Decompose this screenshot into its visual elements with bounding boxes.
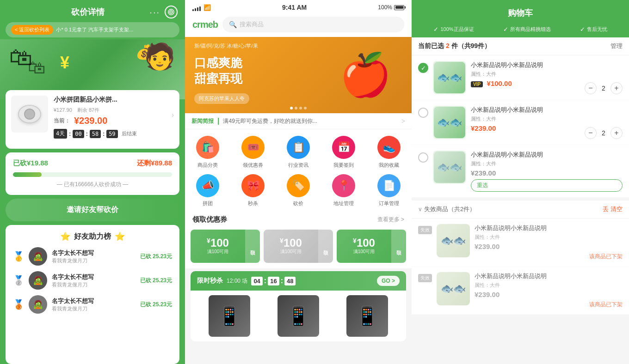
flash-countdown: 04 : 16 : 48: [251, 277, 296, 285]
coupon-claim-btn-1[interactable]: 领取: [245, 230, 260, 263]
coupon-claim-btn-2[interactable]: 领取: [318, 230, 333, 263]
cart-item-2: 🐟🐟 小米新品说明小米新品说明 属性：大件 ¥239.00 − 2 +: [412, 100, 629, 145]
medal-1-icon: 🥇: [13, 251, 24, 262]
coupon-item-2[interactable]: ¥100 满100可用 领取: [264, 230, 333, 263]
icon-order[interactable]: 📄 订单管理: [366, 174, 412, 207]
checkin-icon: 📅: [332, 136, 355, 159]
invalid-badge-2: 失效: [418, 274, 432, 282]
icon-flash-sale[interactable]: 🎀 秒杀: [230, 174, 276, 207]
app-header: crmeb 🔍 搜索商品: [185, 13, 412, 37]
battery-percent: 100%: [378, 4, 392, 11]
svg-point-2: [171, 12, 172, 12]
apple-image: 🍎: [319, 37, 412, 113]
star-icon-right: ⭐: [115, 231, 125, 242]
coupon-amount-3: ¥100: [353, 237, 375, 249]
coupon-item-1[interactable]: ¥100 满100可用 领取: [191, 230, 260, 263]
cart-checkbox-2[interactable]: [418, 108, 428, 118]
cart-info-3: 小米新品说明小米新品说明 属性：大件 ¥239.00 重选: [471, 151, 623, 192]
coupon-cond-1: 满100可用: [207, 249, 229, 255]
cart-qty-controls-2: − 2 +: [585, 127, 623, 139]
trust-authentic: ✓ 100%正品保证: [433, 26, 474, 33]
reselect-button[interactable]: 重选: [471, 179, 623, 192]
more-options-icon[interactable]: ···: [149, 7, 160, 18]
lb-amount-1: 已砍 25.23元: [140, 253, 172, 261]
leaderboard-item: 🥇 🧟 名字太长不想写 看我青龙偃月刀 已砍 25.23元: [13, 247, 172, 266]
icon-checkin[interactable]: 📅 我要签到: [321, 136, 366, 169]
status-time: 9:41 AM: [282, 4, 307, 11]
icon-product-category[interactable]: 🛍️ 商品分类: [185, 136, 230, 169]
flash-minutes: 16: [268, 277, 279, 285]
countdown-seconds: 59: [106, 130, 117, 138]
coupon-amount-1: ¥100: [207, 237, 229, 249]
coupon-claim-btn-3[interactable]: 领取: [391, 230, 406, 263]
panel-app-home: 📶 9:41 AM 100% crmeb 🔍 搜索商品 新/疆/阿/克/苏 冰/…: [185, 0, 412, 364]
coupon-item-3[interactable]: ¥100 满100可用 领取: [337, 230, 406, 263]
icon-industry-news[interactable]: 📋 行业资讯: [276, 136, 321, 169]
signal-icon: 📶: [192, 4, 211, 11]
news-text: 满49元即可免运费，好吃的就送到你...: [223, 117, 397, 125]
flash-sale-icon: 🎀: [241, 174, 265, 197]
icon-bargain[interactable]: 🏷️ 砍价: [276, 174, 321, 207]
clear-invalid-button[interactable]: 丢 清空: [603, 205, 623, 213]
check-icon-2: ✓: [503, 26, 508, 33]
panel-cart: 购物车 ✓ 100%正品保证 ✓ 所有商品精挑细选 ✓ 售后无忧 当前已选 2 …: [412, 0, 629, 364]
dot-2[interactable]: [295, 107, 297, 109]
trust-bar: ✓ 100%正品保证 ✓ 所有商品精挑细选 ✓ 售后无忧: [412, 24, 629, 37]
lb-amount-2: 已砍 25.23元: [140, 277, 172, 285]
favorites-icon: 👟: [377, 136, 401, 159]
leaderboard-item: 🥉 🧟 名字太长不想写 看我青龙偃月刀 已砍 25.23元: [13, 295, 172, 314]
invalid-img-1: 🐟🐟: [437, 224, 470, 257]
flash-product-img-3: 📱: [346, 295, 388, 337]
icon-label-checkin: 我要签到: [333, 162, 354, 169]
progress-bar: [13, 172, 172, 177]
cart-price-1: ¥100.00: [487, 79, 512, 87]
countdown-hours: 00: [73, 130, 84, 138]
back-button[interactable]: < 返回砍价列表: [11, 25, 53, 35]
cart-checkbox-3[interactable]: [418, 152, 428, 163]
active-section-header: 当前已选 2 件（共99件） 管理: [412, 37, 629, 55]
icon-coupon[interactable]: 🎟️ 领优惠券: [230, 136, 276, 169]
flash-product-2[interactable]: 📱: [264, 295, 333, 337]
dot-4[interactable]: [304, 107, 307, 109]
countdown-minutes: 58: [90, 130, 101, 138]
icon-group-buy[interactable]: 📣 拼团: [185, 174, 230, 207]
cart-price-2: ¥239.00: [471, 124, 496, 132]
search-bar[interactable]: 🔍 搜索商品: [222, 17, 404, 32]
icon-label-bargain: 砍价: [293, 200, 303, 207]
check-icon-3: ✓: [580, 26, 585, 33]
flash-product-1[interactable]: 📱: [195, 295, 264, 337]
qty-increase-2[interactable]: +: [610, 127, 623, 139]
bag2-icon: 🛍: [28, 58, 45, 78]
coupon-more-link[interactable]: 查看更多 >: [377, 216, 404, 224]
coupon-cond-3: 满100可用: [353, 249, 375, 255]
qty-decrease-1[interactable]: −: [585, 82, 597, 94]
manage-button[interactable]: 管理: [610, 42, 623, 50]
cart-checkbox-1[interactable]: ✓: [418, 63, 428, 73]
flash-sale-time: 12:00 场: [227, 277, 247, 285]
qty-decrease-2[interactable]: −: [585, 127, 597, 139]
home-banner[interactable]: 新/疆/阿/克/苏 冰/糖/心/苹/果 口感爽脆 甜蜜再现 阿克苏的苹果人人夸 …: [185, 37, 412, 113]
icon-favorites[interactable]: 👟 我的收藏: [366, 136, 412, 169]
news-bar[interactable]: 新闻简报 | 满49元即可免运费，好吃的就送到你... >: [185, 113, 412, 129]
chevron-down-icon: ∨: [418, 206, 422, 212]
flash-go-button[interactable]: GO >: [377, 276, 400, 286]
progress-section: 已砍¥19.88 还剩¥89.88 — 已有166666人砍价成功 —: [6, 152, 179, 195]
icon-address[interactable]: 📍 地址管理: [321, 174, 366, 207]
cart-item-attr-2: 属性：大件: [471, 115, 580, 122]
flash-product-3[interactable]: 📱: [333, 295, 401, 337]
target-icon[interactable]: [165, 6, 178, 18]
cart-info-1: 小米新品说明小米新品说明 属性：大件 VIP ¥100.00: [471, 61, 580, 88]
cart-item-3: 🐟🐟 小米新品说明小米新品说明 属性：大件 ¥239.00 重选: [412, 145, 629, 198]
countdown: 4天 : 00 : 58 : 59 后结束: [54, 129, 174, 139]
invalid-img-2: 🐟🐟: [437, 272, 470, 305]
banner-tag: 阿克苏的苹果人人夸: [194, 93, 249, 104]
invite-button[interactable]: 邀请好友帮砍价: [6, 199, 179, 221]
invalid-name-1: 小米新品说明小米新品说明: [475, 224, 623, 232]
star-icon-left: ⭐: [60, 231, 70, 242]
cart-item-attr-1: 属性：大件: [471, 71, 580, 78]
qty-increase-1[interactable]: +: [610, 82, 623, 94]
trust-curated: ✓ 所有商品精挑细选: [503, 26, 551, 33]
dot-3[interactable]: [299, 107, 302, 109]
product-category-icon: 🛍️: [196, 136, 219, 159]
dot-1[interactable]: [290, 107, 293, 109]
